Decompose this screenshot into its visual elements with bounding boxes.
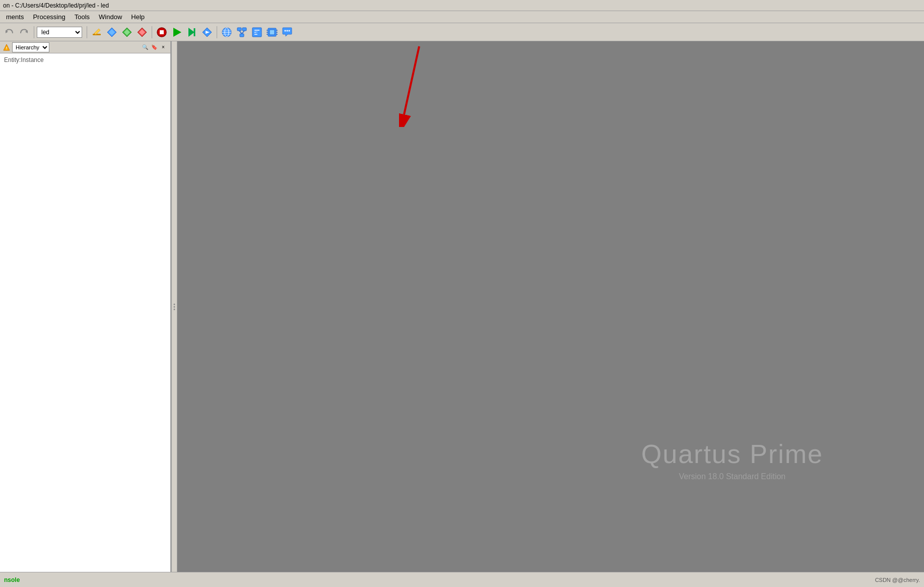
svg-line-24 bbox=[239, 31, 242, 34]
main-layout: ! Hierarchy 🔍 🔖 × Entity:Instance bbox=[0, 41, 924, 572]
start-selected-button[interactable] bbox=[185, 25, 199, 39]
title-bar: on - C:/Users/4/Desktop/led/prj/led - le… bbox=[0, 0, 924, 11]
svg-point-40 bbox=[287, 30, 288, 31]
panel-close-btn[interactable]: × bbox=[159, 43, 167, 51]
panel-resize-handle[interactable] bbox=[171, 41, 177, 572]
edit-button[interactable] bbox=[90, 25, 104, 39]
toolbar-sep-4 bbox=[217, 26, 217, 38]
entity-instance-label: Entity:Instance bbox=[2, 55, 168, 64]
task-window-button[interactable] bbox=[250, 25, 264, 39]
redo-button[interactable] bbox=[17, 25, 31, 39]
netlist-viewer-button[interactable] bbox=[235, 25, 249, 39]
menu-processing[interactable]: Processing bbox=[29, 12, 69, 22]
svg-point-44 bbox=[174, 303, 175, 305]
undo-button[interactable] bbox=[2, 25, 16, 39]
svg-rect-32 bbox=[270, 30, 275, 35]
menu-tools[interactable]: Tools bbox=[71, 12, 94, 22]
svg-marker-12 bbox=[188, 28, 194, 37]
panel-title-area: ! Hierarchy bbox=[3, 42, 49, 52]
analysis-synthesis-button[interactable] bbox=[105, 25, 119, 39]
start-compilation-button[interactable] bbox=[170, 25, 184, 39]
svg-line-25 bbox=[242, 31, 244, 34]
watermark-area: Quartus Prime Version 18.0 Standard Edit… bbox=[641, 439, 823, 481]
svg-text:!: ! bbox=[6, 46, 8, 50]
left-panel: ! Hierarchy 🔍 🔖 × Entity:Instance bbox=[0, 41, 171, 572]
annotation-arrow bbox=[399, 41, 429, 127]
console-label: nsole bbox=[4, 576, 20, 583]
hierarchy-dropdown[interactable]: Hierarchy bbox=[12, 42, 49, 52]
toolbar-sep-1 bbox=[34, 26, 34, 38]
svg-rect-21 bbox=[237, 28, 241, 31]
fitter-button[interactable] bbox=[120, 25, 134, 39]
svg-rect-23 bbox=[240, 34, 244, 37]
app-watermark-subtitle: Version 18.0 Standard Edition bbox=[641, 472, 823, 481]
toolbar-sep-3 bbox=[152, 26, 152, 38]
toolbar: led bbox=[0, 23, 924, 41]
svg-point-39 bbox=[285, 30, 286, 31]
svg-point-41 bbox=[289, 30, 290, 31]
menu-assignments[interactable]: ments bbox=[2, 12, 28, 22]
hierarchy-panel-icon: ! bbox=[3, 44, 10, 51]
svg-point-46 bbox=[174, 308, 175, 310]
panel-search-btn[interactable]: 🔍 bbox=[141, 43, 149, 51]
ip-catalog-button[interactable] bbox=[280, 25, 294, 39]
status-right-text: CSDN @@cherry. bbox=[875, 577, 920, 583]
status-bar: nsole CSDN @@cherry. bbox=[0, 572, 924, 587]
chip-planner-button[interactable] bbox=[220, 25, 234, 39]
menu-bar: ments Processing Tools Window Help bbox=[0, 11, 924, 23]
app-watermark-title: Quartus Prime bbox=[641, 439, 823, 469]
panel-bookmark-btn[interactable]: 🔖 bbox=[150, 43, 158, 51]
svg-rect-10 bbox=[160, 30, 164, 34]
svg-marker-11 bbox=[173, 28, 181, 37]
programmer-button[interactable] bbox=[200, 25, 214, 39]
project-dropdown[interactable]: led bbox=[37, 27, 82, 38]
svg-rect-22 bbox=[242, 28, 246, 31]
svg-point-45 bbox=[174, 306, 175, 307]
assembler-button[interactable] bbox=[135, 25, 149, 39]
main-canvas: Quartus Prime Version 18.0 Standard Edit… bbox=[177, 41, 924, 572]
menu-window[interactable]: Window bbox=[95, 12, 126, 22]
toolbar-sep-2 bbox=[87, 26, 87, 38]
svg-line-48 bbox=[404, 46, 419, 114]
stop-button[interactable] bbox=[155, 25, 169, 39]
left-panel-header: ! Hierarchy 🔍 🔖 × bbox=[0, 41, 170, 53]
panel-controls: 🔍 🔖 × bbox=[141, 43, 167, 51]
pin-planner-button[interactable] bbox=[265, 25, 279, 39]
left-panel-content: Entity:Instance bbox=[0, 53, 170, 572]
menu-help[interactable]: Help bbox=[127, 12, 149, 22]
title-text: on - C:/Users/4/Desktop/led/prj/led - le… bbox=[3, 2, 109, 9]
